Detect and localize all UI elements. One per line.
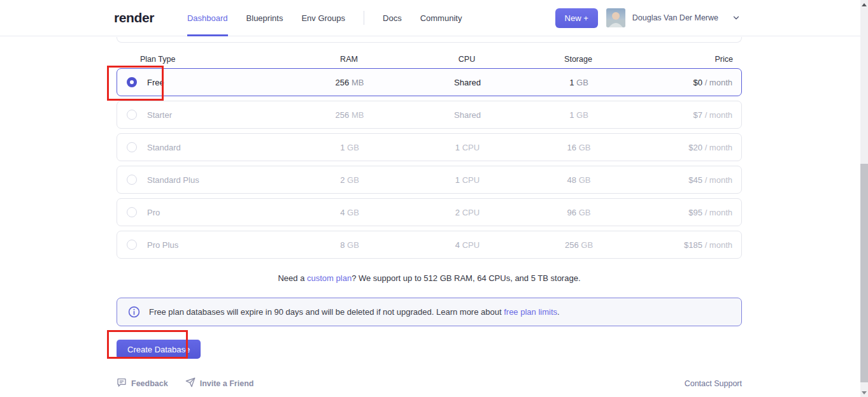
nav-item-docs[interactable]: Docs xyxy=(383,0,402,36)
cpu-unit: CPU xyxy=(462,208,480,217)
previous-section-cutoff-card xyxy=(117,37,742,43)
storage-unit: GB xyxy=(576,78,588,87)
price-unit: / month xyxy=(705,208,732,217)
storage-value: 256 xyxy=(565,240,579,250)
banner-text-end: . xyxy=(557,307,560,317)
price-value: $20 xyxy=(688,143,702,152)
header-plan-type: Plan Type xyxy=(117,55,288,64)
ram-unit: GB xyxy=(347,175,359,185)
header-cpu: CPU xyxy=(409,55,524,64)
contact-support-link[interactable]: Contact Support xyxy=(685,379,742,388)
price-unit: / month xyxy=(705,143,732,152)
ram-value: 256 xyxy=(336,78,350,87)
price-unit: / month xyxy=(705,240,732,250)
ram-value: 256 xyxy=(336,110,350,120)
ram-value: 1 xyxy=(340,143,345,152)
radio-unselected-icon[interactable] xyxy=(127,110,137,120)
radio-unselected-icon[interactable] xyxy=(127,207,137,217)
nav-item-env-groups[interactable]: Env Groups xyxy=(301,0,345,36)
custom-plan-note: Need a custom plan? We support up to 512… xyxy=(117,273,742,283)
banner-text: Free plan databases will expire in 90 da… xyxy=(149,307,560,317)
invite-friend-label: Invite a Friend xyxy=(200,379,254,388)
price-value: $45 xyxy=(688,175,702,185)
plan-row-standard[interactable]: Standard 1 GB 1 CPU 16 GB $20 / month xyxy=(117,133,742,161)
custom-plan-suffix: ? We support up to 512 GB RAM, 64 CPUs, … xyxy=(352,273,580,283)
header-ram: RAM xyxy=(288,55,409,64)
plan-row-pro-plus[interactable]: Pro Plus 8 GB 4 CPU 256 GB $185 / month xyxy=(117,231,742,259)
feedback-button[interactable]: Feedback xyxy=(117,377,168,389)
custom-plan-link[interactable]: custom plan xyxy=(307,273,352,283)
vertical-scrollbar[interactable] xyxy=(860,0,868,397)
price-unit: / month xyxy=(705,175,732,185)
user-avatar[interactable] xyxy=(606,8,625,27)
plan-row-starter[interactable]: Starter 256 MB Shared 1 GB $7 / month xyxy=(117,101,742,129)
ram-value: 2 xyxy=(340,175,345,185)
storage-value: 1 xyxy=(569,78,574,87)
nav-item-blueprints[interactable]: Blueprints xyxy=(246,0,283,36)
cpu-unit: CPU xyxy=(462,240,480,250)
user-name[interactable]: Douglas Van Der Merwe xyxy=(632,13,718,22)
plan-name: Pro Plus xyxy=(147,240,178,250)
storage-unit: GB xyxy=(579,175,591,185)
chevron-down-icon[interactable] xyxy=(732,13,741,22)
storage-unit: GB xyxy=(579,143,591,152)
plan-row-free[interactable]: Free 256 MB Shared 1 GB $0 / month xyxy=(117,68,742,96)
plan-name: Pro xyxy=(147,208,160,217)
ram-unit: MB xyxy=(352,110,364,120)
avatar-photo xyxy=(606,8,625,27)
cpu-unit: CPU xyxy=(462,175,480,185)
nav-item-dashboard[interactable]: Dashboard xyxy=(187,0,228,36)
storage-unit: GB xyxy=(576,110,588,120)
top-navigation: render Dashboard Blueprints Env Groups D… xyxy=(0,0,868,36)
speech-bubble-icon xyxy=(117,377,127,389)
storage-value: 48 xyxy=(567,175,576,185)
radio-unselected-icon[interactable] xyxy=(127,142,137,152)
radio-unselected-icon[interactable] xyxy=(127,240,137,250)
cpu-unit: CPU xyxy=(462,143,480,152)
storage-unit: GB xyxy=(581,240,593,250)
nav-divider xyxy=(364,11,364,25)
plan-name: Free xyxy=(147,78,164,87)
page-footer: Feedback Invite a Friend Contact Support xyxy=(117,377,742,389)
scrollbar-up-arrow[interactable] xyxy=(860,0,868,9)
plan-row-standard-plus[interactable]: Standard Plus 2 GB 1 CPU 48 GB $45 / mon… xyxy=(117,166,742,194)
nav-item-community[interactable]: Community xyxy=(420,0,462,36)
price-unit: / month xyxy=(705,110,732,120)
storage-value: 1 xyxy=(569,110,574,120)
radio-unselected-icon[interactable] xyxy=(127,175,137,185)
free-plan-limits-link[interactable]: free plan limits xyxy=(504,307,557,317)
ram-unit: GB xyxy=(347,208,359,217)
scrollbar-thumb[interactable] xyxy=(860,164,868,382)
ram-unit: GB xyxy=(347,240,359,250)
render-logo[interactable]: render xyxy=(114,10,154,25)
storage-value: 96 xyxy=(567,208,576,217)
create-database-button[interactable]: Create Database xyxy=(117,340,201,359)
info-icon xyxy=(128,306,140,318)
cpu-value: Shared xyxy=(454,78,481,87)
ram-value: 4 xyxy=(340,208,345,217)
ram-unit: GB xyxy=(347,143,359,152)
plan-name: Standard xyxy=(147,143,181,152)
price-value: $0 xyxy=(694,78,702,87)
header-price: Price xyxy=(632,55,742,64)
plan-name: Standard Plus xyxy=(147,175,199,185)
banner-text-main: Free plan databases will expire in 90 da… xyxy=(149,307,504,317)
storage-unit: GB xyxy=(579,208,591,217)
cpu-value: 4 xyxy=(455,240,460,250)
price-value: $185 xyxy=(684,240,702,250)
cpu-value: Shared xyxy=(454,110,481,120)
custom-plan-prefix: Need a xyxy=(278,273,307,283)
plan-name: Starter xyxy=(147,110,172,120)
radio-selected-icon[interactable] xyxy=(127,77,137,87)
invite-friend-button[interactable]: Invite a Friend xyxy=(185,377,254,389)
plan-row-pro[interactable]: Pro 4 GB 2 CPU 96 GB $95 / month xyxy=(117,198,742,226)
new-button[interactable]: New + xyxy=(555,8,598,28)
paper-plane-icon xyxy=(185,377,196,389)
nav-right-section: New + Douglas Van Der Merwe xyxy=(555,8,741,28)
plan-table-header: Plan Type RAM CPU Storage Price xyxy=(117,55,742,64)
scrollbar-down-arrow[interactable] xyxy=(860,388,868,397)
nav-links: Dashboard Blueprints Env Groups Docs Com… xyxy=(187,0,462,36)
ram-unit: MB xyxy=(352,78,364,87)
price-unit: / month xyxy=(705,78,732,87)
feedback-label: Feedback xyxy=(131,379,168,388)
